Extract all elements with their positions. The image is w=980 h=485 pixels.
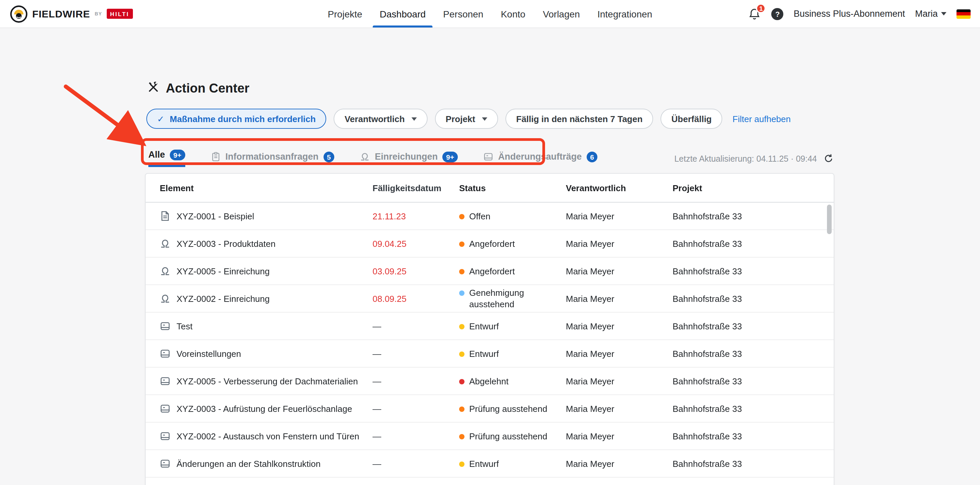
- due-date: —: [372, 431, 459, 441]
- column-header-status: Status: [459, 182, 566, 193]
- filter-row: ✓ Maßnahme durch mich erforderlich Veran…: [146, 109, 791, 129]
- table-row[interactable]: Test—EntwurfMaria MeyerBahnhofstraße 33: [146, 478, 834, 485]
- chevron-down-icon: [482, 117, 487, 120]
- column-header-responsible: Verantwortlich: [566, 183, 673, 193]
- table-row[interactable]: Änderungen an der Stahlkonstruktion—Entw…: [146, 450, 834, 478]
- element-label: Test: [177, 321, 192, 331]
- table-row[interactable]: XYZ-0002 - Austausch von Fenstern und Tü…: [146, 423, 834, 450]
- help-icon[interactable]: ?: [772, 8, 784, 20]
- filter-pill-label: Verantwortlich: [345, 114, 405, 124]
- filter-pill-label: Fällig in den nächsten 7 Tagen: [516, 114, 643, 124]
- tab-badge: 9+: [442, 152, 458, 162]
- due-date: 21.11.23: [372, 211, 459, 221]
- due-date: —: [372, 404, 459, 414]
- element-label: XYZ-0005 - Einreichung: [177, 266, 270, 276]
- nav-item-personen[interactable]: Personen: [442, 0, 485, 27]
- clear-filters-link[interactable]: Filter aufheben: [733, 114, 791, 124]
- filter-pill-label: Projekt: [446, 114, 475, 124]
- nav-item-konto[interactable]: Konto: [500, 0, 527, 27]
- element-cell: XYZ-0005 - Verbesserung der Dachmaterial…: [146, 376, 372, 387]
- app-viewport: FIELDWIRE BY HILTI Projekte Dashboard Pe…: [0, 0, 980, 485]
- annotation-arrow: [58, 81, 158, 154]
- element-cell: XYZ-0005 - Einreichung: [146, 266, 372, 276]
- filter-pill-due-7-days[interactable]: Fällig in den nächsten 7 Tagen: [506, 109, 654, 129]
- project-cell: Bahnhofstraße 33: [673, 266, 834, 276]
- changeorder-icon: [160, 458, 170, 469]
- filter-pill-action-required[interactable]: ✓ Maßnahme durch mich erforderlich: [146, 109, 326, 129]
- action-table: Element Fälligkeitsdatum Status Verantwo…: [145, 173, 834, 485]
- status-label: Entwurf: [469, 458, 499, 469]
- tab-alle[interactable]: Alle 9+: [148, 150, 185, 167]
- filter-pill-overdue[interactable]: Überfällig: [661, 109, 722, 129]
- change-order-icon: [483, 152, 493, 162]
- brand[interactable]: FIELDWIRE BY HILTI: [10, 0, 132, 27]
- table-row[interactable]: Voreinstellungen—EntwurfMaria MeyerBahnh…: [146, 340, 834, 368]
- check-icon: ✓: [157, 114, 164, 124]
- responsible-cell: Maria Meyer: [566, 349, 673, 358]
- element-cell: XYZ-0002 - Austausch von Fenstern und Tü…: [146, 431, 372, 441]
- nav-item-vorlagen[interactable]: Vorlagen: [541, 0, 581, 27]
- nav-item-integrationen[interactable]: Integrationen: [596, 0, 654, 27]
- column-header-project: Projekt: [673, 183, 834, 193]
- project-cell: Bahnhofstraße 33: [673, 211, 834, 221]
- project-cell: Bahnhofstraße 33: [673, 404, 834, 414]
- nav-item-projekte[interactable]: Projekte: [326, 0, 364, 27]
- table-row[interactable]: XYZ-0002 - Einreichung08.09.25Genehmigun…: [146, 285, 834, 312]
- project-cell: Bahnhofstraße 33: [673, 238, 834, 249]
- status-cell: Prüfung ausstehend: [459, 403, 566, 414]
- table-row[interactable]: XYZ-0005 - Einreichung03.09.25Angeforder…: [146, 258, 834, 285]
- responsible-cell: Maria Meyer: [566, 321, 673, 331]
- user-menu[interactable]: Maria: [915, 9, 947, 19]
- tab-label: Informationsanfragen: [226, 152, 319, 162]
- tab-aenderungsauftraege[interactable]: Änderungsaufträge 6: [483, 152, 598, 167]
- element-cell: XYZ-0001 - Beispiel: [146, 211, 372, 221]
- user-name: Maria: [915, 9, 938, 19]
- chevron-down-icon: [941, 12, 947, 16]
- tab-label: Änderungsaufträge: [498, 152, 582, 162]
- language-flag-german[interactable]: [956, 9, 970, 19]
- table-row[interactable]: XYZ-0005 - Verbesserung der Dachmaterial…: [146, 368, 834, 395]
- element-cell: Voreinstellungen: [146, 348, 372, 359]
- status-cell: Entwurf: [459, 320, 566, 332]
- element-cell: Änderungen an der Stahlkonstruktion: [146, 458, 372, 469]
- due-date: —: [372, 458, 459, 469]
- due-date: —: [372, 349, 459, 358]
- tab-einreichungen[interactable]: Einreichungen 9+: [360, 152, 458, 167]
- project-cell: Bahnhofstraße 33: [673, 293, 834, 304]
- element-label: XYZ-0005 - Verbesserung der Dachmaterial…: [177, 376, 358, 386]
- scrollbar-thumb[interactable]: [827, 204, 832, 234]
- form-icon: [160, 211, 170, 221]
- status-label: Genehmigung ausstehend: [469, 287, 557, 310]
- project-cell: Bahnhofstraße 33: [673, 321, 834, 331]
- filter-dropdown-project[interactable]: Projekt: [435, 109, 498, 129]
- table-row[interactable]: XYZ-0003 - Aufrüstung der Feuerlöschanla…: [146, 395, 834, 423]
- status-cell: Genehmigung ausstehend: [459, 287, 566, 310]
- nav-item-dashboard[interactable]: Dashboard: [378, 0, 427, 27]
- status-label: Prüfung ausstehend: [469, 403, 547, 414]
- due-date: —: [372, 321, 459, 331]
- filter-dropdown-responsible[interactable]: Verantwortlich: [334, 109, 428, 129]
- table-row[interactable]: XYZ-0003 - Produktdaten09.04.25Angeforde…: [146, 230, 834, 258]
- filter-pill-label: Überfällig: [671, 114, 712, 124]
- tab-badge: 9+: [170, 150, 185, 160]
- table-row[interactable]: Test—EntwurfMaria MeyerBahnhofstraße 33: [146, 312, 834, 340]
- responsible-cell: Maria Meyer: [566, 404, 673, 414]
- responsible-cell: Maria Meyer: [566, 211, 673, 221]
- refresh-icon[interactable]: [824, 154, 834, 164]
- tab-informationsanfragen[interactable]: Informationsanfragen 5: [211, 152, 335, 167]
- action-center-icon: [147, 81, 160, 96]
- hilti-logo: HILTI: [107, 9, 132, 19]
- status-dot: [459, 214, 465, 219]
- table-row[interactable]: XYZ-0001 - Beispiel21.11.23OffenMaria Me…: [146, 203, 834, 230]
- responsible-cell: Maria Meyer: [566, 238, 673, 249]
- status-cell: Abgelehnt: [459, 375, 566, 387]
- element-label: XYZ-0003 - Produktdaten: [177, 238, 275, 249]
- due-date: 03.09.25: [372, 266, 459, 276]
- project-cell: Bahnhofstraße 33: [673, 376, 834, 386]
- notifications-bell-icon[interactable]: 1: [748, 6, 762, 21]
- project-cell: Bahnhofstraße 33: [673, 458, 834, 469]
- main-nav: Projekte Dashboard Personen Konto Vorlag…: [326, 0, 654, 27]
- status-dot: [459, 241, 465, 247]
- table-header: Element Fälligkeitsdatum Status Verantwo…: [146, 174, 834, 203]
- changeorder-icon: [160, 348, 170, 359]
